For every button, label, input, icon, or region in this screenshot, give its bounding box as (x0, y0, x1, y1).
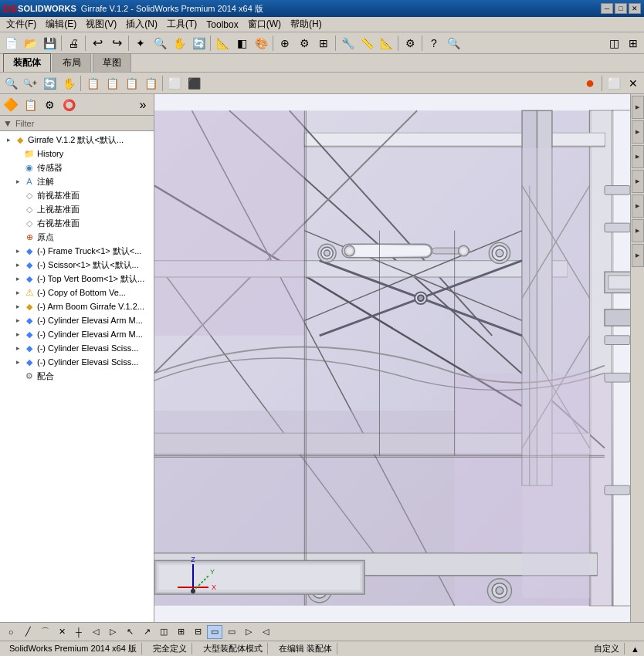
view-disp2[interactable]: ⬛ (185, 74, 203, 93)
tree-item[interactable]: ◉传感器 (0, 161, 154, 174)
menu-item-E[interactable]: 编辑(E) (41, 16, 81, 32)
sketch-grid[interactable]: ⊞ (173, 625, 188, 639)
tree-item[interactable]: ▸◆Girrafe V.1.2 默认<默认... (0, 133, 154, 147)
tree-expander[interactable] (12, 162, 23, 173)
sketch-circle[interactable]: ○ (3, 625, 19, 639)
dim-expert-icon[interactable]: ⭕ (59, 96, 78, 114)
sidebar-btn-4[interactable]: ▶ (632, 170, 644, 193)
insert-comp[interactable]: ⊕ (276, 34, 294, 52)
restore-button[interactable]: □ (615, 3, 627, 14)
save-button[interactable]: 💾 (40, 34, 59, 52)
tab-layout[interactable]: 布局 (53, 53, 91, 72)
tree-expander[interactable]: ▸ (12, 315, 23, 326)
tree-item[interactable]: ⊕原点 (0, 230, 154, 244)
tree-expander[interactable] (12, 148, 23, 159)
tree-expander[interactable]: ▸ (12, 343, 23, 353)
tree-item[interactable]: ▸◆(-) Frame Truck<1> 默认<... (0, 244, 154, 258)
tree-expander[interactable]: ▸ (12, 329, 23, 340)
tree-item[interactable]: ▸◆(-) Scissor<1> 默认<默认... (0, 258, 154, 272)
help-button[interactable]: ? (425, 34, 443, 52)
tree-item[interactable]: 📁History (0, 147, 154, 161)
maximize-viewport[interactable]: ⬜ (605, 74, 623, 93)
reference-geom[interactable]: 📏 (358, 34, 376, 52)
rotate-view[interactable]: 🔄 (40, 74, 59, 93)
tab-sketch[interactable]: 草图 (93, 53, 131, 72)
tree-expander[interactable] (12, 190, 23, 201)
sidebar-btn-1[interactable]: ▶ (632, 96, 644, 119)
sketch-arr-left[interactable]: ◁ (88, 625, 103, 639)
tree-expander[interactable]: ▸ (12, 273, 23, 284)
tree-item[interactable]: ▸⚠(-) Copy of Bottom Ve... (0, 286, 154, 299)
menu-item-F[interactable]: 文件(F) (2, 16, 41, 32)
mate-button[interactable]: ⚙ (295, 34, 314, 52)
sketch-arr-right[interactable]: ▷ (105, 625, 120, 639)
viewport-ctrl1[interactable]: ◫ (605, 34, 623, 52)
menu-item-W[interactable]: 窗口(W) (243, 16, 286, 32)
menu-item-H[interactable]: 帮助(H) (286, 16, 327, 32)
tree-item[interactable]: ◇右视基准面 (0, 216, 154, 230)
tree-item[interactable]: ▸◆(-) Top Vert Boom<1> 默认... (0, 272, 154, 286)
view-setting1[interactable]: 📋 (83, 74, 102, 93)
tree-item[interactable]: ◇前视基准面 (0, 188, 154, 202)
select-button[interactable]: ✦ (131, 34, 150, 52)
tree-item[interactable]: ▸A注解 (0, 174, 154, 188)
sketch-diag1[interactable]: ↖ (122, 625, 137, 639)
pan-view[interactable]: ✋ (59, 74, 78, 93)
section-view[interactable]: ◧ (232, 34, 251, 52)
tree-expander[interactable]: ▸ (12, 245, 23, 256)
search-button[interactable]: 🔍 (444, 34, 463, 52)
sketch-cross2[interactable]: ┼ (71, 625, 86, 639)
tree-expander[interactable]: ▸ (12, 357, 23, 367)
sidebar-btn-7[interactable]: ▶ (632, 244, 644, 267)
sketch-rect3[interactable]: ▭ (224, 625, 239, 639)
display-style[interactable]: 🎨 (252, 34, 270, 52)
view-orient[interactable]: 📐 (213, 34, 232, 52)
tree-item[interactable]: ▸◆(-) Cylinder Elevasi Arm M... (0, 313, 154, 327)
minimize-button[interactable]: ─ (601, 3, 613, 14)
appearance-btn[interactable]: ● (581, 74, 599, 93)
tree-expander[interactable] (12, 370, 23, 381)
close-button[interactable]: ✕ (629, 3, 641, 14)
menu-item-T[interactable]: 工具(T) (162, 16, 202, 32)
sidebar-btn-5[interactable]: ▶ (632, 194, 644, 218)
measure-button[interactable]: 📐 (377, 34, 395, 52)
sidebar-btn-3[interactable]: ▶ (632, 145, 644, 168)
tree-expander[interactable] (12, 204, 23, 215)
print-button[interactable]: 🖨 (64, 34, 83, 52)
menu-item-Toolbox[interactable]: Toolbox (202, 18, 242, 32)
cad-viewport[interactable]: Z X Y (154, 94, 630, 622)
zoom-to-fit[interactable]: 🔍 (2, 74, 20, 93)
menu-item-V[interactable]: 视图(V) (81, 16, 121, 32)
zoom-in[interactable]: 🔍+ (21, 74, 39, 93)
undo-button[interactable]: ↩ (88, 34, 107, 52)
open-button[interactable]: 📂 (21, 34, 39, 52)
panel-more[interactable]: » (134, 96, 152, 114)
tree-item[interactable]: ⚙配合 (0, 369, 154, 383)
viewport-ctrl2[interactable]: ⊞ (624, 34, 642, 52)
view-setting3[interactable]: 📋 (122, 74, 141, 93)
pan-button[interactable]: ✋ (170, 34, 188, 52)
sketch-arr3[interactable]: ◁ (258, 625, 273, 639)
sketch-line[interactable]: ╱ (20, 625, 36, 639)
property-mgr-icon[interactable]: 📋 (21, 96, 39, 114)
new-button[interactable]: 📄 (2, 34, 20, 52)
options-button[interactable]: ⚙ (401, 34, 419, 52)
tree-item[interactable]: ▸◆(-) Cylinder Elevasi Arm M... (0, 327, 154, 341)
close-viewport[interactable]: ✕ (624, 74, 642, 93)
tree-expander[interactable]: ▸ (12, 301, 23, 312)
view-setting2[interactable]: 📋 (103, 74, 121, 93)
sketch-box[interactable]: ⊟ (190, 625, 205, 639)
sidebar-btn-6[interactable]: ▶ (632, 219, 644, 242)
tree-item[interactable]: ▸◆(-) Cylinder Elevasi Sciss... (0, 355, 154, 369)
tree-item[interactable]: ▸◆(-) Arm Boom Girrafe V.1.2... (0, 299, 154, 313)
assembly-features[interactable]: 🔧 (338, 34, 357, 52)
rotate-button[interactable]: 🔄 (189, 34, 208, 52)
view-disp1[interactable]: ⬜ (165, 74, 184, 93)
sketch-rect2[interactable]: ▭ (207, 625, 222, 639)
tree-expander[interactable] (12, 232, 23, 242)
tree-expander[interactable]: ▸ (12, 176, 23, 187)
menu-item-N[interactable]: 插入(N) (121, 16, 162, 32)
zoom-button[interactable]: 🔍 (151, 34, 169, 52)
sketch-cross[interactable]: ✕ (54, 625, 69, 639)
feature-tree[interactable]: ▸◆Girrafe V.1.2 默认<默认...📁History◉传感器▸A注解… (0, 131, 154, 622)
